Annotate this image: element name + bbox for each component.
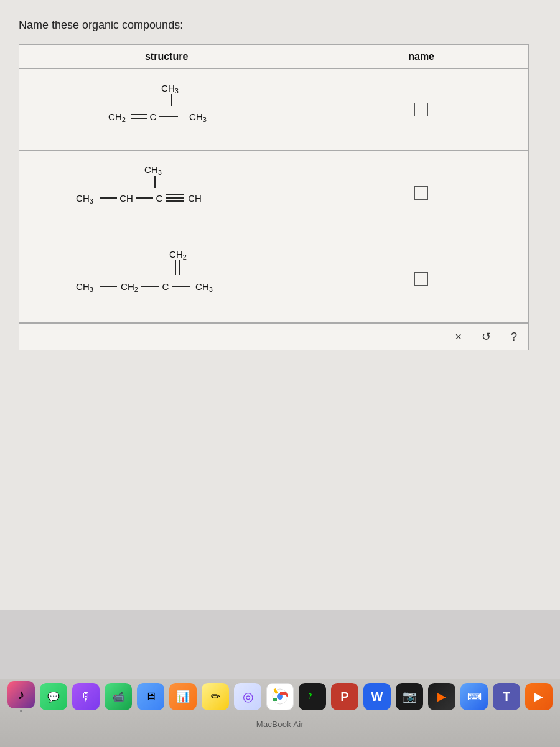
dock-item-siri: ◎ xyxy=(234,683,261,710)
svg-text:CH2: CH2 xyxy=(108,111,126,123)
word-icon[interactable]: W xyxy=(363,683,391,710)
teams-icon[interactable]: T xyxy=(493,683,520,710)
compounds-table: structure name CH3 CH2 C xyxy=(19,44,529,350)
svg-text:C: C xyxy=(156,193,162,204)
header-structure: structure xyxy=(19,45,314,68)
header-name: name xyxy=(314,45,528,68)
svg-text:CH2: CH2 xyxy=(169,249,187,261)
svg-text:C: C xyxy=(162,281,169,292)
dock-item-stats: 📊 xyxy=(169,683,197,710)
table-row: CH3 CH3 CH C CH xyxy=(19,151,528,235)
table-row: CH3 CH2 C CH3 xyxy=(19,69,528,151)
dock-item-teams: T xyxy=(493,683,520,710)
structure-svg-2: CH3 CH3 CH C CH xyxy=(61,163,273,222)
svg-text:C: C xyxy=(149,111,156,122)
structure-svg-1: CH3 CH2 C CH3 xyxy=(80,82,254,138)
dock-item-powerpoint: P xyxy=(331,683,358,710)
structure-cell-3: CH2 CH3 CH2 C CH3 xyxy=(19,235,314,322)
name-cell-1[interactable] xyxy=(314,69,528,150)
undo-button[interactable]: ↺ xyxy=(478,329,495,345)
svg-text:CH3: CH3 xyxy=(195,281,213,293)
structure-svg-3: CH2 CH3 CH2 C CH3 xyxy=(61,248,273,310)
close-button[interactable]: × xyxy=(451,329,465,345)
structure-cell-2: CH3 CH3 CH C CH xyxy=(19,151,314,235)
svg-text:CH3: CH3 xyxy=(76,193,93,205)
arrow-icon[interactable]: ▶ xyxy=(525,683,553,710)
dock-item-notes: ✏ xyxy=(202,683,229,710)
camera-icon[interactable]: 📷 xyxy=(396,683,423,710)
dock-icons: ♪ 💬 🎙 📹 🖥 📊 ✏ ◎ xyxy=(0,679,560,715)
dock-dot xyxy=(20,710,22,712)
dock-label: MacBook Air xyxy=(0,715,560,731)
dock-item-messages: 💬 xyxy=(40,683,67,710)
dock-item-arrow: ▶ xyxy=(525,683,553,710)
dock-item-terminal: ?- xyxy=(299,683,326,710)
dock-bar: ♪ 💬 🎙 📹 🖥 📊 ✏ ◎ xyxy=(0,679,560,747)
table-header: structure name xyxy=(19,45,528,69)
notes-icon[interactable]: ✏ xyxy=(202,683,229,710)
main-content: Name these organic compounds: structure … xyxy=(0,0,560,610)
xcode-icon[interactable]: ⌨ xyxy=(460,683,488,710)
dock-item-camera: 📷 xyxy=(396,683,423,710)
dock-item-facetime: 📹 xyxy=(105,683,132,710)
messages-icon[interactable]: 💬 xyxy=(40,683,67,710)
answer-box-1[interactable] xyxy=(414,103,428,116)
name-cell-3[interactable] xyxy=(314,235,528,322)
terminal-icon[interactable]: ?- xyxy=(299,683,326,710)
svg-text:CH2: CH2 xyxy=(121,281,138,293)
music-icon[interactable]: ♪ xyxy=(7,681,35,708)
quicktime-icon[interactable]: ▶ xyxy=(428,683,455,710)
dock-item-quicktime: ▶ xyxy=(428,683,455,710)
action-row: × ↺ ? xyxy=(19,323,528,350)
svg-text:CH3: CH3 xyxy=(189,111,207,123)
dock-item-monitor: 🖥 xyxy=(137,683,164,710)
podcast-icon[interactable]: 🎙 xyxy=(72,683,100,710)
facetime-icon[interactable]: 📹 xyxy=(105,683,132,710)
dock-item-podcast: 🎙 xyxy=(72,683,100,710)
dock-item-xcode: ⌨ xyxy=(460,683,488,710)
dock-item-music: ♪ xyxy=(7,681,35,712)
dock-item-word: W xyxy=(363,683,391,710)
answer-box-3[interactable] xyxy=(414,272,428,286)
page-title: Name these organic compounds: xyxy=(19,19,541,32)
table-row: CH2 CH3 CH2 C CH3 xyxy=(19,235,528,323)
stats-icon[interactable]: 📊 xyxy=(169,683,197,710)
name-cell-2[interactable] xyxy=(314,151,528,235)
powerpoint-icon[interactable]: P xyxy=(331,683,358,710)
siri-icon[interactable]: ◎ xyxy=(234,683,261,710)
chrome-icon[interactable] xyxy=(266,683,294,710)
svg-text:CH: CH xyxy=(188,193,202,204)
answer-box-2[interactable] xyxy=(414,186,428,200)
structure-cell-1: CH3 CH2 C CH3 xyxy=(19,69,314,150)
monitor-icon[interactable]: 🖥 xyxy=(137,683,164,710)
svg-text:CH3: CH3 xyxy=(161,83,179,95)
svg-text:CH3: CH3 xyxy=(76,281,93,293)
svg-text:CH3: CH3 xyxy=(144,164,162,176)
dock-item-chrome xyxy=(266,683,294,710)
svg-text:CH: CH xyxy=(119,193,133,204)
help-button[interactable]: ? xyxy=(507,329,521,345)
